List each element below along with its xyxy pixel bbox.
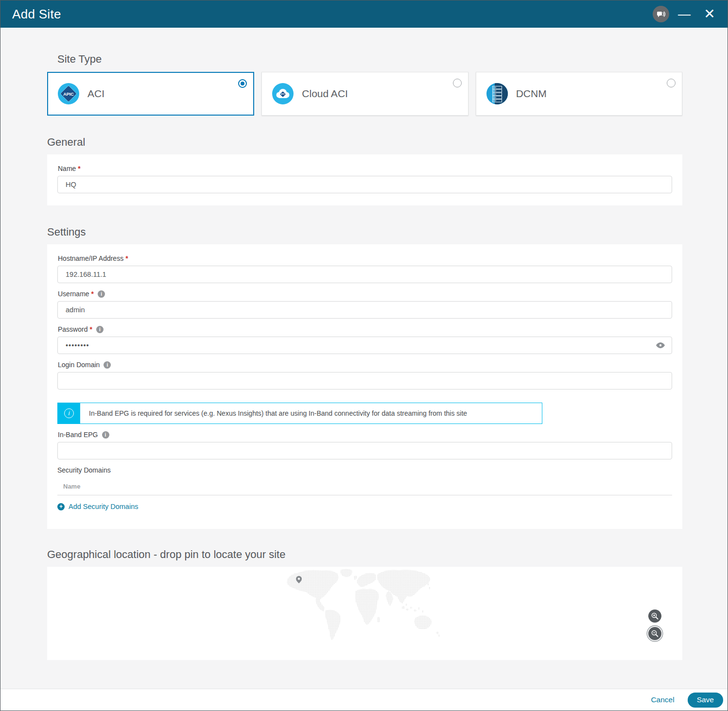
geo-map-panel[interactable] (47, 567, 682, 660)
dialog-title: Add Site (12, 7, 653, 22)
map-zoom-out-button[interactable] (648, 627, 661, 640)
map-zoom-in-button[interactable] (648, 609, 661, 623)
cloud-aci-icon: APIC (272, 83, 294, 104)
save-button[interactable]: Save (688, 693, 723, 708)
inband-epg-label: In-Band EPG i (58, 431, 672, 439)
plus-circle-icon: + (57, 503, 65, 510)
titlebar-actions: — ✕ (653, 6, 720, 22)
username-label: Username * i (58, 290, 672, 298)
required-asterisk: * (91, 290, 94, 298)
general-panel: Name * (47, 154, 682, 205)
cancel-button[interactable]: Cancel (651, 695, 674, 704)
banner-icon-block: i (58, 403, 80, 423)
password-input[interactable] (57, 337, 672, 354)
inband-epg-info-icon[interactable]: i (102, 431, 109, 439)
radio-cloud-aci[interactable] (453, 79, 462, 87)
inband-epg-field: In-Band EPG i (57, 431, 672, 459)
general-heading: General (47, 136, 682, 149)
site-type-card-aci[interactable]: APIC ACI (47, 72, 254, 116)
dialog-footer: Cancel Save (0, 689, 728, 711)
site-type-cards: APIC ACI APIC Cloud ACI (47, 72, 682, 116)
security-domains-column-header: Name (63, 483, 672, 490)
hostname-field: Hostname/IP Address * (57, 254, 672, 283)
hostname-input[interactable] (57, 266, 672, 283)
name-input[interactable] (57, 176, 672, 193)
titlebar: Add Site — ✕ (0, 0, 728, 28)
inband-epg-info-banner: i In-Band EPG is required for services (… (57, 403, 542, 424)
login-domain-label: Login Domain i (58, 361, 672, 369)
world-map[interactable] (281, 567, 449, 644)
site-type-card-label: Cloud ACI (302, 88, 348, 100)
close-icon[interactable]: ✕ (699, 7, 720, 21)
info-circle-icon: i (64, 408, 74, 418)
password-info-icon[interactable]: i (96, 326, 104, 333)
username-field: Username * i (57, 290, 672, 319)
site-type-heading: Site Type (57, 53, 682, 66)
required-asterisk: * (89, 325, 92, 333)
login-domain-input[interactable] (57, 372, 672, 389)
feedback-icon[interactable] (653, 6, 669, 22)
settings-panel: Hostname/IP Address * Username * i Passw… (47, 244, 682, 529)
inband-epg-input[interactable] (57, 442, 672, 459)
password-input-wrap (57, 337, 672, 354)
name-label: Name * (58, 165, 672, 172)
site-type-card-dcnm[interactable]: DCNM (476, 72, 682, 116)
password-label: Password * i (58, 325, 672, 333)
minimize-icon[interactable]: — (674, 8, 694, 20)
radio-dcnm[interactable] (667, 79, 676, 87)
security-domains-divider (57, 495, 672, 495)
show-password-eye-icon[interactable] (656, 342, 665, 348)
settings-heading: Settings (47, 226, 682, 238)
banner-message: In-Band EPG is required for services (e.… (80, 403, 476, 423)
aci-apic-icon: APIC (58, 83, 79, 104)
required-asterisk: * (78, 165, 80, 172)
add-site-dialog: Add Site — ✕ Site Type APIC (0, 0, 728, 711)
geo-heading: Geographical location - drop pin to loca… (47, 548, 682, 561)
svg-text:APIC: APIC (63, 92, 74, 97)
add-security-domains-button[interactable]: + Add Security Domains (57, 503, 138, 510)
security-domains-label: Security Domains (57, 466, 672, 474)
password-field: Password * i (57, 325, 672, 354)
login-domain-field: Login Domain i (57, 361, 672, 389)
radio-aci[interactable] (238, 79, 247, 88)
hostname-label: Hostname/IP Address * (58, 254, 672, 262)
map-zoom-controls (648, 609, 661, 640)
site-type-card-label: DCNM (516, 88, 547, 100)
login-domain-info-icon[interactable]: i (104, 361, 111, 369)
required-asterisk: * (125, 254, 128, 262)
dialog-content: Site Type APIC ACI (0, 28, 728, 689)
username-input[interactable] (57, 301, 672, 319)
site-type-card-label: ACI (87, 88, 104, 100)
site-type-card-cloud-aci[interactable]: APIC Cloud ACI (261, 72, 468, 116)
svg-text:APIC: APIC (281, 93, 285, 95)
announcement-bubble-icon (657, 10, 665, 18)
dcnm-icon (486, 83, 508, 104)
username-info-icon[interactable]: i (98, 290, 105, 298)
add-security-domains-label: Add Security Domains (69, 503, 138, 510)
